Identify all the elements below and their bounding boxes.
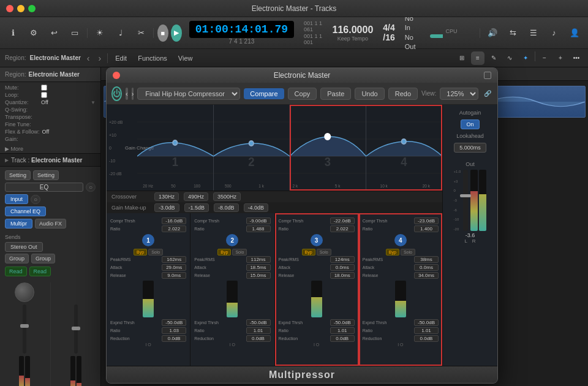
window-button[interactable]: ▭ bbox=[67, 25, 84, 42]
exp-ratio-val-3[interactable]: 1.01 bbox=[330, 327, 355, 334]
person-button[interactable]: 👤 bbox=[566, 25, 583, 42]
preset-select[interactable]: Final Hip Hop Compressor bbox=[137, 88, 240, 100]
crossover-val-1[interactable]: 130Hz bbox=[154, 192, 179, 201]
maximize-button[interactable] bbox=[28, 5, 36, 12]
copy-button[interactable]: Copy bbox=[288, 88, 317, 100]
solo-button-4[interactable]: Solo bbox=[401, 249, 415, 255]
prev-preset-button[interactable]: ‹ bbox=[126, 88, 128, 100]
link-button[interactable]: 🔗 bbox=[482, 88, 493, 99]
redo-button[interactable]: Redo bbox=[388, 88, 418, 100]
stereo-out-button[interactable]: Stereo Out bbox=[5, 242, 43, 252]
release-val-3[interactable]: 18.0ms bbox=[330, 272, 355, 279]
ratio-val-3[interactable]: 2.022 bbox=[330, 225, 355, 232]
read2-button[interactable]: Read bbox=[29, 267, 51, 276]
compr-thrsh-val-2[interactable]: -9.00dB bbox=[246, 218, 271, 224]
next-preset-button[interactable]: › bbox=[132, 88, 134, 100]
peak-rms-val-2[interactable]: 112ms bbox=[246, 256, 271, 263]
crossover-val-2[interactable]: 490Hz bbox=[184, 192, 208, 201]
nav-right-icon[interactable]: › bbox=[99, 53, 102, 63]
out-fader-thumb[interactable] bbox=[460, 194, 471, 197]
scissor-button[interactable]: ✂ bbox=[132, 25, 149, 42]
byp-button-1[interactable]: Byp bbox=[134, 249, 147, 255]
exp-ratio-val-4[interactable]: 1.01 bbox=[414, 327, 439, 334]
setting2-button[interactable]: Setting bbox=[33, 170, 59, 180]
plugin-expand-button[interactable] bbox=[484, 72, 491, 79]
input-button[interactable]: Input bbox=[5, 194, 28, 204]
paste-button[interactable]: Paste bbox=[320, 88, 351, 100]
expnd-thrsh-val-1[interactable]: -50.0dB bbox=[162, 319, 186, 326]
add-track-button[interactable]: + bbox=[554, 51, 567, 65]
more-toggle[interactable]: ▶ More bbox=[5, 146, 23, 152]
pan-knob-1[interactable] bbox=[15, 282, 34, 302]
reduction-val-3[interactable]: 0.0dB bbox=[330, 335, 355, 342]
byp-button-4[interactable]: Byp bbox=[386, 249, 399, 255]
tempo-value[interactable]: 116.0000 bbox=[333, 25, 374, 36]
peak-rms-val-3[interactable]: 124ms bbox=[330, 256, 355, 263]
compr-thrsh-val-4[interactable]: -23.0dB bbox=[414, 218, 439, 224]
grid-view-button[interactable]: ⊞ bbox=[455, 51, 469, 65]
quantize-expand[interactable]: ▼ bbox=[91, 100, 96, 105]
ratio-val-2[interactable]: 1.488 bbox=[246, 225, 271, 232]
compr-thrsh-val-3[interactable]: -22.0dB bbox=[330, 218, 355, 224]
fader-thumb-2[interactable] bbox=[72, 327, 80, 330]
curve-tool-button[interactable]: ∿ bbox=[503, 51, 516, 65]
release-val-1[interactable]: 9.0ms bbox=[162, 272, 186, 279]
gain-val-4[interactable]: -4.0dB bbox=[244, 203, 269, 212]
info-button[interactable]: ℹ bbox=[5, 25, 22, 42]
loop-checkbox[interactable] bbox=[41, 92, 47, 98]
crossover-val-3[interactable]: 3500Hz bbox=[213, 192, 241, 201]
lookahead-value[interactable]: 5.000ms bbox=[454, 143, 486, 153]
release-val-2[interactable]: 15.0ms bbox=[246, 272, 271, 279]
audiofx-button[interactable]: Audio FX bbox=[35, 219, 66, 229]
channel-eq-button[interactable]: Channel EQ bbox=[5, 206, 46, 216]
reduction-val-4[interactable]: 0.0dB bbox=[414, 335, 439, 342]
minimize-button[interactable] bbox=[17, 5, 24, 12]
byp-button-3[interactable]: Byp bbox=[302, 249, 315, 255]
gain-val-1[interactable]: -3.0dB bbox=[154, 203, 179, 212]
group1-button[interactable]: Group bbox=[5, 254, 29, 263]
stop-button[interactable]: ■ bbox=[157, 25, 168, 42]
metronome-button[interactable]: ♩ bbox=[112, 25, 129, 42]
plugin-close-button[interactable] bbox=[113, 72, 120, 79]
brightness-button[interactable]: ☀ bbox=[91, 25, 108, 42]
expnd-thrsh-val-3[interactable]: -50.0dB bbox=[330, 319, 355, 326]
undo-button[interactable]: Undo bbox=[355, 88, 384, 100]
settings-button[interactable]: ⚙ bbox=[26, 25, 43, 42]
solo-button-3[interactable]: Solo bbox=[317, 249, 331, 255]
attack-val-3[interactable]: 0.0ms bbox=[330, 264, 355, 271]
attack-val-4[interactable]: 0.0ms bbox=[414, 264, 439, 271]
speakers-button[interactable]: 🔊 bbox=[484, 25, 501, 42]
gain-val-2[interactable]: -1.5dB bbox=[184, 203, 209, 212]
smart-tool-button[interactable]: ✦ bbox=[519, 51, 532, 65]
autogain-on-button[interactable]: On bbox=[461, 119, 479, 129]
view-menu[interactable]: View bbox=[175, 53, 197, 63]
more-button[interactable]: ••• bbox=[570, 51, 583, 65]
power-button[interactable]: ⏻ bbox=[111, 86, 122, 101]
compr-thrsh-val-1[interactable]: -16.0dB bbox=[162, 218, 186, 224]
mute-checkbox[interactable] bbox=[41, 85, 47, 91]
compare-button[interactable]: Compare bbox=[244, 88, 284, 99]
edit-menu[interactable]: Edit bbox=[111, 53, 130, 63]
read1-button[interactable]: Read bbox=[5, 267, 27, 276]
attack-val-2[interactable]: 18.5ms bbox=[246, 264, 271, 271]
zoom-select[interactable]: 125% bbox=[440, 88, 478, 100]
functions-menu[interactable]: Functions bbox=[134, 53, 171, 63]
peak-rms-val-4[interactable]: 38ms bbox=[414, 256, 439, 263]
window-controls[interactable] bbox=[6, 5, 36, 12]
attack-val-1[interactable]: 29.0ms bbox=[162, 264, 186, 271]
zoom-out-button[interactable]: − bbox=[538, 51, 551, 65]
group2-button[interactable]: Group bbox=[31, 254, 55, 263]
gain-val-3[interactable]: -8.0dB bbox=[214, 203, 239, 212]
reduction-val-2[interactable]: 0.0dB bbox=[246, 335, 271, 342]
release-val-4[interactable]: 34.0ms bbox=[414, 272, 439, 279]
fader-thumb-1[interactable] bbox=[20, 324, 29, 328]
solo-button-2[interactable]: Solo bbox=[232, 249, 247, 255]
expand-button[interactable]: ⇆ bbox=[505, 25, 522, 42]
exp-ratio-val-1[interactable]: 1.03 bbox=[162, 327, 186, 334]
list-button[interactable]: ☰ bbox=[525, 25, 542, 42]
peak-rms-val-1[interactable]: 162ms bbox=[162, 256, 186, 263]
nav-left-icon[interactable]: ‹ bbox=[87, 53, 90, 63]
piano-button[interactable]: ♪ bbox=[546, 25, 563, 42]
multipr-button[interactable]: Multipr bbox=[5, 219, 32, 229]
byp-button-2[interactable]: Byp bbox=[217, 249, 231, 255]
